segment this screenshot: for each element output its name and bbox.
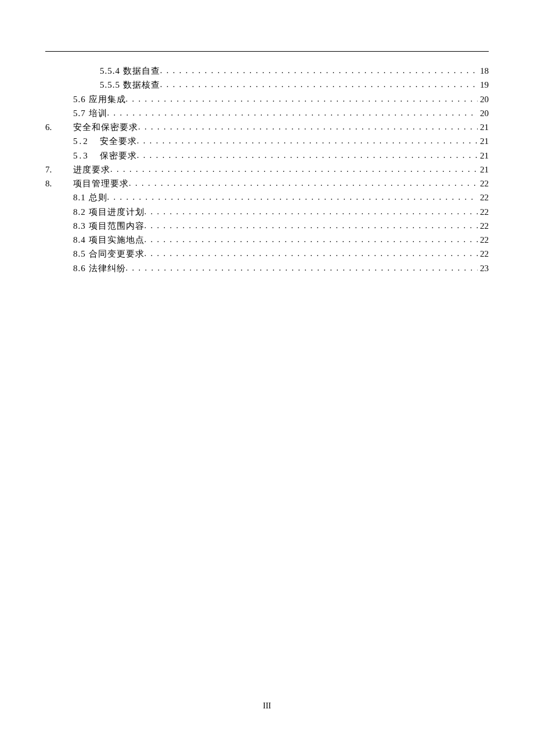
toc-title: 5.5.5 数据核查 <box>100 78 160 92</box>
toc-entry[interactable]: 6.安全和保密要求21 <box>45 121 489 134</box>
toc-title: 保密要求 <box>100 149 137 163</box>
toc-page-number: 23 <box>478 262 489 275</box>
toc-title: 8.6 法律纠纷 <box>73 262 126 275</box>
toc-page-number: 22 <box>478 219 489 233</box>
toc-page-number: 20 <box>478 107 489 120</box>
toc-entry[interactable]: 5.2安全要求21 <box>45 135 489 148</box>
toc-title: 项目管理要求 <box>73 177 129 190</box>
toc-entry[interactable]: 7.进度要求21 <box>45 163 489 177</box>
toc-page-number: 21 <box>478 149 489 163</box>
toc-leader-dots <box>126 93 478 106</box>
toc-entry[interactable]: 5.5.4 数据自查18 <box>45 64 489 78</box>
toc-leader-dots <box>145 219 478 232</box>
toc-entry[interactable]: 8.项目管理要求22 <box>45 177 489 190</box>
toc-page-number: 21 <box>478 163 489 177</box>
toc-entry[interactable]: 8.4 项目实施地点22 <box>45 233 489 247</box>
toc-leader-dots <box>107 107 478 120</box>
toc-title: 安全要求 <box>100 135 137 148</box>
toc-entry[interactable]: 5.6 应用集成20 <box>45 93 489 106</box>
toc-entry[interactable]: 8.1 总则22 <box>45 191 489 204</box>
table-of-contents: 5.5.4 数据自查185.5.5 数据核查195.6 应用集成205.7 培训… <box>45 64 489 275</box>
toc-leader-dots <box>145 247 478 260</box>
toc-page-number: 22 <box>478 233 489 247</box>
toc-leader-dots <box>137 149 478 162</box>
toc-title: 进度要求 <box>73 163 110 177</box>
toc-title: 8.2 项目进度计划 <box>73 206 145 219</box>
toc-leader-dots <box>160 78 478 91</box>
toc-page-number: 22 <box>478 177 489 190</box>
header-rule <box>45 51 489 52</box>
toc-title: 5.6 应用集成 <box>73 93 126 106</box>
toc-title: 8.4 项目实施地点 <box>73 233 145 247</box>
toc-entry[interactable]: 8.5 合同变更要求22 <box>45 247 489 261</box>
toc-leader-dots <box>145 233 478 246</box>
toc-leader-dots <box>145 206 478 218</box>
toc-title: 8.1 总则 <box>73 191 107 204</box>
toc-title: 5.5.4 数据自查 <box>100 64 160 78</box>
toc-page-number: 22 <box>478 247 489 261</box>
toc-page-number: 20 <box>478 93 489 106</box>
toc-title: 8.3 项目范围内容 <box>73 219 145 233</box>
toc-sub-number: 5.2 <box>73 135 89 148</box>
toc-sub-number: 5.3 <box>73 149 89 163</box>
toc-section-number: 8. <box>45 177 73 190</box>
toc-entry[interactable]: 8.3 项目范围内容22 <box>45 219 489 233</box>
toc-entry[interactable]: 8.2 项目进度计划22 <box>45 206 489 219</box>
toc-leader-dots <box>107 191 478 204</box>
toc-leader-dots <box>137 135 478 147</box>
toc-title: 5.7 培训 <box>73 107 107 120</box>
toc-entry[interactable]: 5.3保密要求21 <box>45 149 489 163</box>
toc-entry[interactable]: 8.6 法律纠纷23 <box>45 262 489 275</box>
toc-page-number: 18 <box>478 64 489 78</box>
toc-leader-dots <box>160 64 478 77</box>
toc-leader-dots <box>126 262 478 275</box>
toc-leader-dots <box>110 163 478 176</box>
toc-leader-dots <box>129 177 478 190</box>
toc-entry[interactable]: 5.5.5 数据核查19 <box>45 78 489 92</box>
toc-page-number: 21 <box>478 135 489 148</box>
toc-page-number: 22 <box>478 206 489 219</box>
document-page: 5.5.4 数据自查185.5.5 数据核查195.6 应用集成205.7 培训… <box>0 0 534 275</box>
toc-page-number: 19 <box>478 78 489 92</box>
toc-entry[interactable]: 5.7 培训20 <box>45 107 489 120</box>
toc-title: 安全和保密要求 <box>73 121 138 134</box>
toc-page-number: 22 <box>478 191 489 204</box>
toc-section-number: 6. <box>45 121 73 134</box>
toc-section-number: 7. <box>45 163 73 177</box>
page-number: III <box>0 701 534 711</box>
toc-leader-dots <box>138 121 478 134</box>
toc-title: 8.5 合同变更要求 <box>73 247 145 261</box>
toc-page-number: 21 <box>478 121 489 134</box>
